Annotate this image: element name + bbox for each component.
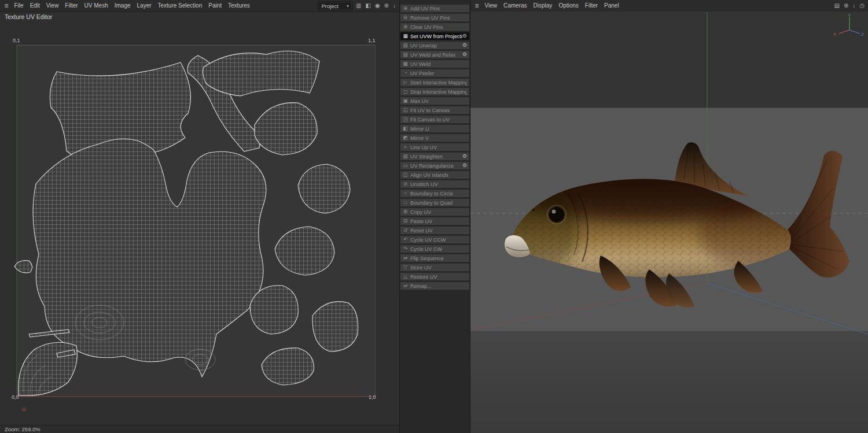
menu-paint[interactable]: Paint: [205, 0, 225, 12]
gear-icon[interactable]: ⚙: [462, 153, 467, 160]
fish-anal-fin: [734, 261, 763, 293]
command-label: UV Weld: [410, 61, 431, 67]
command-label: Unstitch UV: [410, 182, 438, 187]
uv-statusbar: Zoom: 259.0%: [0, 425, 399, 433]
snapshot-icon[interactable]: ↓: [852, 2, 855, 10]
history-icon[interactable]: ◷: [859, 2, 865, 10]
command-uv-straighten[interactable]: ▤UV Straighten⚙: [400, 153, 469, 160]
menu-options[interactable]: Options: [556, 0, 582, 12]
clear-uv-pins-icon: ⊗: [402, 23, 409, 31]
world-z-axis-line: [707, 283, 868, 334]
command-group: ▦Set UVW from Projection⚙▧UV Unwrap⚙▨UV …: [400, 32, 469, 68]
fish-scales-texture: [509, 179, 791, 277]
view-toolbar-icons: ▤⊕↓◷: [834, 2, 868, 10]
menu-layer[interactable]: Layer: [134, 0, 155, 12]
command-copy-uv[interactable]: ⊞Copy UV: [400, 208, 469, 216]
command-add-uv-pins[interactable]: ⊕Add UV Pins: [400, 5, 469, 12]
max-uv-icon: ▣: [402, 97, 409, 105]
command-uv-unwrap[interactable]: ▧UV Unwrap⚙: [400, 42, 469, 49]
menu-textures[interactable]: Textures: [225, 0, 253, 12]
uv-corner-label-top-left: 0,1: [13, 38, 20, 43]
save-image-icon[interactable]: ↓: [393, 2, 396, 10]
cycle-uv-ccw-icon: ↶: [402, 236, 409, 243]
command-uv-rectangularize[interactable]: ▭UV Rectangularize⚙: [400, 162, 469, 169]
render-settings-icon[interactable]: ▤: [834, 2, 839, 10]
menu-edit[interactable]: Edit: [27, 0, 43, 12]
axis-gizmo[interactable]: Y X Z: [831, 13, 866, 39]
menu-filter[interactable]: Filter: [62, 0, 81, 12]
gizmo-z-axis: [849, 30, 860, 34]
command-label: Remove UV Pins: [410, 15, 450, 21]
command-line-up-uv[interactable]: ≡Line Up UV: [400, 143, 469, 151]
menu-cameras[interactable]: Cameras: [501, 0, 531, 12]
chevron-down-icon: ▾: [347, 3, 349, 9]
gear-icon[interactable]: ⚙: [462, 162, 467, 169]
command-label: Boundary to Quad: [410, 200, 453, 206]
command-fit-uv-to-canvas[interactable]: ◱Fit UV to Canvas: [400, 106, 469, 114]
command-uv-peeler[interactable]: ◔UV Peeler: [400, 69, 469, 77]
project-dropdown[interactable]: Project ▾: [318, 1, 352, 10]
zoom-level: Zoom: 259.0%: [5, 426, 41, 432]
command-remap[interactable]: ⇌Remap...: [400, 282, 469, 290]
command-cycle-uv-ccw[interactable]: ↶Cycle UV CCW: [400, 236, 469, 243]
pan-hand-icon[interactable]: ⊕: [844, 2, 848, 10]
command-restore-uv[interactable]: △Restore UV: [400, 273, 469, 280]
command-unstitch-uv[interactable]: ⊘Unstitch UV: [400, 180, 469, 188]
command-label: Copy UV: [410, 209, 431, 215]
viewport-3d[interactable]: Y X Z: [470, 12, 868, 433]
histogram-icon[interactable]: ▥: [356, 2, 361, 10]
mirror-u-icon: ◧: [402, 125, 409, 132]
menu-view[interactable]: View: [43, 0, 62, 12]
command-paste-uv[interactable]: ⊟Paste UV: [400, 217, 469, 225]
gear-icon[interactable]: ⚙: [462, 42, 467, 49]
command-boundary-to-quad[interactable]: □Boundary to Quad: [400, 199, 469, 206]
command-start-interactive-mapping[interactable]: ▷Start Interactive Mapping: [400, 79, 469, 86]
color-pick-icon[interactable]: ◉: [375, 2, 380, 10]
uv-corner-label-bottom-left: 0,0: [12, 394, 19, 400]
command-boundary-to-circle[interactable]: ○Boundary to Circle: [400, 190, 469, 197]
menu-uv-mesh[interactable]: UV Mesh: [81, 0, 111, 12]
remap-icon: ⇌: [402, 282, 409, 290]
command-max-uv[interactable]: ▣Max UV: [400, 97, 469, 105]
boundary-to-circle-icon: ○: [402, 190, 409, 197]
menu-file[interactable]: File: [11, 0, 27, 12]
pan-hand-icon[interactable]: ⊕: [384, 2, 389, 10]
command-store-uv[interactable]: ▽Store UV: [400, 264, 469, 271]
menu-panel[interactable]: Panel: [601, 0, 623, 12]
command-mirror-u[interactable]: ◧Mirror U: [400, 125, 469, 132]
command-label: Clear UV Pins: [410, 24, 443, 30]
command-label: Fit UV to Canvas: [410, 108, 450, 113]
command-mirror-v[interactable]: ◩Mirror V: [400, 134, 469, 142]
menu-display[interactable]: Display: [530, 0, 556, 12]
panel-menu-icon[interactable]: ≡: [472, 2, 481, 10]
command-clear-uv-pins[interactable]: ⊗Clear UV Pins: [400, 23, 469, 31]
uv-weld-and-relax-icon: ▨: [402, 51, 409, 58]
command-uv-weld[interactable]: ▩UV Weld: [400, 60, 469, 68]
gear-icon[interactable]: ⚙: [462, 51, 467, 58]
command-fit-canvas-to-uv[interactable]: ◳Fit Canvas to UV: [400, 116, 469, 123]
command-remove-uv-pins[interactable]: ⊖Remove UV Pins: [400, 14, 469, 21]
command-group: ◔UV Peeler▷Start Interactive Mapping◻Sto…: [400, 69, 469, 95]
fish-model[interactable]: [498, 142, 849, 308]
command-set-uvw-from-projection[interactable]: ▦Set UVW from Projection⚙: [400, 32, 469, 40]
command-list: ⊕Add UV Pins⊖Remove UV Pins⊗Clear UV Pin…: [400, 5, 469, 291]
command-reset-uv[interactable]: ↺Reset UV: [400, 227, 469, 234]
u-axis-label: U: [22, 406, 26, 412]
command-cycle-uv-cw[interactable]: ↷Cycle UV CW: [400, 245, 469, 253]
lock-icon[interactable]: ◧: [365, 2, 370, 10]
command-label: Max UV: [410, 98, 429, 104]
command-align-uv-islands[interactable]: ◫Align UV Islands: [400, 171, 469, 179]
copy-uv-icon: ⊞: [402, 208, 409, 216]
command-flip-sequence[interactable]: ⇄Flip Sequence: [400, 254, 469, 262]
gear-icon[interactable]: ⚙: [462, 32, 467, 40]
command-uv-weld-and-relax[interactable]: ▨UV Weld and Relax⚙: [400, 51, 469, 58]
uv-canvas[interactable]: 0,1 1,1 0,0 1,0 U: [12, 35, 388, 410]
menu-filter[interactable]: Filter: [582, 0, 601, 12]
menu-texture-selection[interactable]: Texture Selection: [155, 0, 205, 12]
menu-image[interactable]: Image: [111, 0, 134, 12]
panel-menu-icon[interactable]: ≡: [2, 2, 11, 10]
command-stop-interactive-mapping[interactable]: ◻Stop Interactive Mapping: [400, 88, 469, 95]
menu-view[interactable]: View: [481, 0, 501, 12]
command-label: Boundary to Circle: [410, 191, 453, 197]
paste-uv-icon: ⊟: [402, 217, 409, 225]
